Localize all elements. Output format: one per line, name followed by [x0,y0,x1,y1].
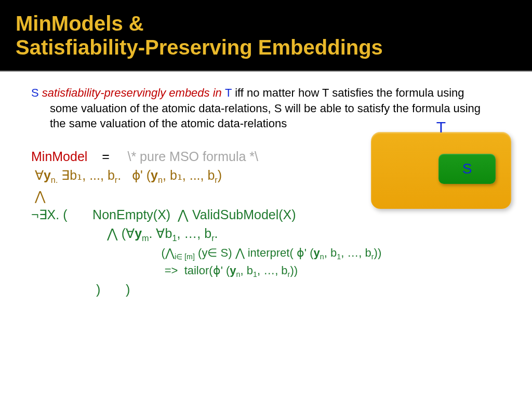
formula-block: MinModel = \* pure MSO formula *\ ∀yn. ∃… [31,147,410,299]
minmodel-label: MinModel [31,149,87,164]
slide-title-block: MinModels & Satisfiability-Preserving Em… [0,0,532,71]
title-line-2: Satisfiability-Preserving Embeddings [16,35,516,59]
formula-line-4: ¬∃X. ( NonEmpty(X) ⋀ ValidSubModel(X) [31,205,410,224]
mso-comment: \* pure MSO formula *\ [128,149,258,164]
formula-line-2: ∀yn. ∃b₁, ..., br. ϕ' (yn, b₁, ..., br) [31,166,410,187]
formula-line-8: ) ) [31,280,410,299]
formula-line-1: MinModel = \* pure MSO formula *\ [31,147,410,166]
formula-line-5: ⋀ (∀ym. ∀b1, …, br. [31,224,410,245]
t-container-box: T S [371,132,511,209]
para-t: T [225,86,232,99]
formula-line-3: ⋀ [31,187,410,205]
s-label: S [462,161,472,177]
formula-line-7: => tailor(ϕ' (yn, b1, …, br)) [31,262,410,280]
title-line-1: MinModels & [16,11,516,35]
slide-content: S satisfiability-preservingly embeds in … [0,71,532,299]
s-inner-box: S [438,154,496,184]
para-s: S [31,86,39,99]
formula-line-6: (⋀i∈ [m] (y∈ S) ⋀ interpret( ϕ' (yn, b1,… [31,245,410,262]
equals: = [87,149,127,164]
definition-paragraph: S satisfiability-preservingly embeds in … [31,85,488,131]
t-label: T [436,118,446,136]
para-embeds: satisfiability-preservingly embeds [39,86,213,99]
para-in: in [213,86,225,99]
